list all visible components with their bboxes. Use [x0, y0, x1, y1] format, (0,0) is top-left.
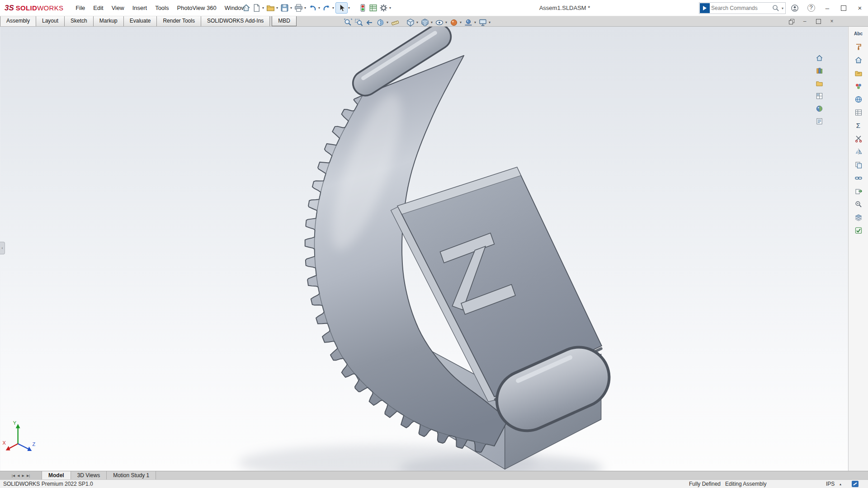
view-orientation-caret-icon[interactable]: ▾ — [416, 21, 418, 24]
tab-render-tools[interactable]: Render Tools — [156, 16, 201, 26]
search-compare-button[interactable] — [853, 199, 864, 209]
tab-sketch[interactable]: Sketch — [64, 16, 94, 26]
menu-view[interactable]: View — [108, 1, 128, 15]
graphics-area[interactable]: X Y Z ‹ — [0, 26, 848, 471]
redo-button[interactable] — [321, 2, 332, 14]
view-orientation-button[interactable] — [405, 17, 416, 28]
copy-tool-button[interactable] — [853, 160, 864, 170]
tab-evaluate[interactable]: Evaluate — [123, 16, 157, 26]
appearances-scenes-icon[interactable] — [815, 104, 824, 113]
options-gear-button[interactable] — [378, 2, 389, 14]
spell-checker-button[interactable]: Abc — [853, 28, 864, 39]
tab-assembly[interactable]: Assembly — [0, 16, 36, 26]
format-painter-button[interactable] — [853, 42, 864, 52]
section-view-button[interactable] — [375, 17, 386, 28]
tab-solidworks-add-ins[interactable]: SOLIDWORKS Add-Ins — [201, 16, 270, 26]
equations-button[interactable]: Σ — [853, 120, 864, 131]
viewport-3d[interactable]: X Y Z — [0, 26, 848, 471]
select-tool-caret-icon[interactable]: ▾ — [348, 6, 350, 10]
tab-3d-views[interactable]: 3D Views — [71, 471, 107, 480]
menu-photoview360[interactable]: PhotoView 360 — [173, 1, 221, 15]
units-selector[interactable]: IPS — [826, 481, 835, 487]
verification-check-button[interactable] — [853, 225, 864, 235]
edit-appearance-caret-icon[interactable]: ▾ — [460, 21, 462, 24]
file-explorer-icon[interactable] — [815, 79, 824, 88]
search-input[interactable] — [710, 5, 772, 12]
apply-scene-button[interactable] — [463, 17, 474, 28]
select-tool-button[interactable] — [335, 2, 348, 14]
featuremanager-expand-arrow[interactable]: ‹ — [0, 242, 5, 254]
trim-tool-button[interactable] — [853, 133, 864, 144]
view-palette-icon[interactable] — [815, 91, 824, 100]
open-caret-icon[interactable]: ▾ — [276, 6, 278, 10]
print-button[interactable] — [293, 2, 304, 14]
undo-caret-icon[interactable]: ▾ — [318, 6, 320, 10]
zoom-to-area-button[interactable] — [354, 17, 364, 28]
hide-show-items-button[interactable] — [434, 17, 445, 28]
redo-caret-icon[interactable]: ▾ — [332, 6, 334, 10]
save-button[interactable] — [279, 2, 290, 14]
hide-show-caret-icon[interactable]: ▾ — [445, 21, 447, 24]
restore-window-button[interactable] — [835, 0, 852, 16]
section-view-caret-icon[interactable]: ▾ — [387, 21, 388, 24]
view-settings-button[interactable] — [477, 17, 488, 28]
layers-button[interactable] — [853, 212, 864, 222]
tag-badge-icon[interactable] — [852, 481, 859, 487]
home-button[interactable] — [241, 2, 251, 14]
display-style-caret-icon[interactable]: ▾ — [431, 21, 433, 24]
units-caret-icon[interactable]: ▴ — [840, 482, 841, 486]
doc-minimize-button[interactable]: – — [801, 18, 808, 25]
account-button[interactable] — [787, 0, 803, 16]
undo-button[interactable] — [307, 2, 318, 14]
doc-restore-button[interactable] — [815, 18, 822, 25]
mirror-tool-button[interactable] — [853, 146, 864, 157]
print-caret-icon[interactable]: ▾ — [304, 6, 306, 10]
menu-edit[interactable]: Edit — [89, 1, 107, 15]
tab-mbd[interactable]: MBD — [272, 16, 297, 26]
last-tab-button[interactable]: ▶| — [27, 474, 30, 477]
link-tool-button[interactable] — [853, 173, 864, 183]
measure-button[interactable] — [390, 17, 401, 28]
bottom-lip-bar[interactable] — [527, 377, 579, 400]
design-binder-button[interactable] — [853, 68, 864, 78]
window-stack-icon[interactable] — [788, 18, 795, 25]
tab-model[interactable]: Model — [42, 471, 71, 480]
tab-markup[interactable]: Markup — [93, 16, 124, 26]
save-caret-icon[interactable]: ▾ — [290, 6, 292, 10]
search-commands-box[interactable]: ▾ — [699, 2, 786, 14]
apply-scene-caret-icon[interactable]: ▾ — [474, 21, 476, 24]
search-caret-icon[interactable]: ▾ — [780, 6, 785, 10]
web-globe-button[interactable] — [853, 94, 864, 104]
new-document-button[interactable] — [251, 2, 262, 14]
close-window-button[interactable]: × — [852, 0, 868, 16]
tab-layout[interactable]: Layout — [36, 16, 65, 26]
menu-file[interactable]: File — [71, 1, 89, 15]
resources-home-icon[interactable] — [815, 53, 824, 62]
tab-motion-study-1[interactable]: Motion Study 1 — [107, 471, 156, 480]
display-style-button[interactable] — [420, 17, 430, 28]
custom-properties-icon[interactable] — [815, 117, 824, 126]
first-tab-button[interactable]: |◀ — [12, 474, 15, 477]
prev-tab-button[interactable]: ◀ — [17, 474, 19, 477]
minimize-window-button[interactable]: – — [819, 0, 835, 16]
new-document-caret-icon[interactable]: ▾ — [262, 6, 264, 10]
doc-close-button[interactable]: × — [828, 18, 835, 25]
open-button[interactable] — [265, 2, 276, 14]
zoom-to-fit-button[interactable] — [343, 17, 354, 28]
help-button[interactable]: ? — [803, 0, 819, 16]
view-settings-caret-icon[interactable]: ▾ — [489, 21, 491, 24]
menu-insert[interactable]: Insert — [128, 1, 151, 15]
export-tool-button[interactable] — [853, 186, 864, 196]
search-icon[interactable] — [772, 4, 780, 12]
file-properties-button[interactable] — [368, 2, 378, 14]
resources-button[interactable] — [853, 55, 864, 65]
menu-tools[interactable]: Tools — [151, 1, 173, 15]
properties-table-button[interactable] — [853, 107, 864, 117]
previous-view-button[interactable] — [364, 17, 375, 28]
design-library-icon[interactable] — [815, 66, 824, 75]
next-tab-button[interactable]: ▶ — [22, 474, 24, 477]
appearance-swatch-button[interactable] — [853, 81, 864, 91]
edit-appearance-button[interactable] — [448, 17, 459, 28]
options-caret-icon[interactable]: ▾ — [389, 6, 391, 10]
rebuild-button[interactable] — [358, 2, 368, 14]
